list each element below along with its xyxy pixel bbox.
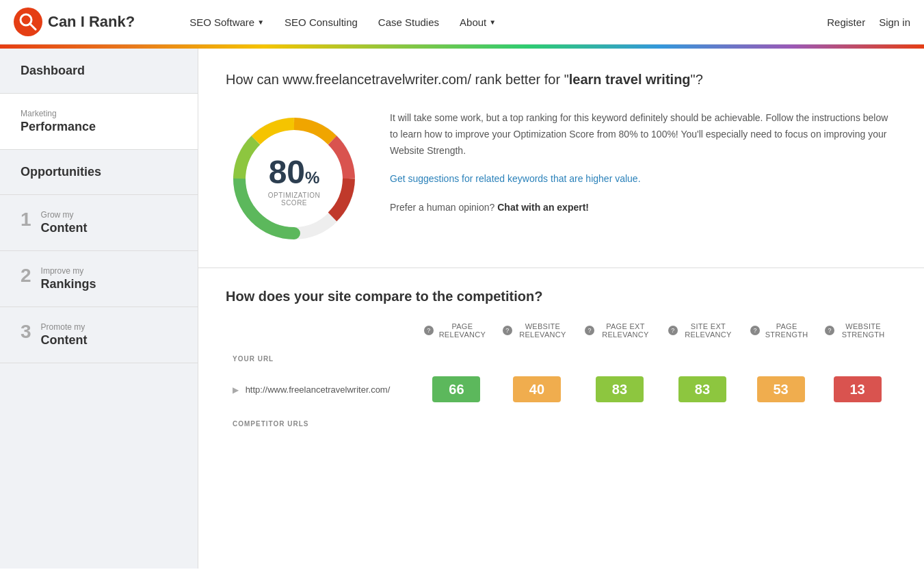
- compare-title: How does your site compare to the compet…: [226, 289, 897, 304]
- col-site-ext-relevancy: ? SITE EXT RELEVANCY: [661, 318, 743, 343]
- register-button[interactable]: Register: [827, 16, 865, 28]
- sidebar-item-marketing-performance[interactable]: Marketing Performance: [0, 94, 198, 150]
- col-website-relevancy: ? WEBSITE RELEVANCY: [496, 318, 578, 343]
- score-badge: 66: [432, 376, 480, 402]
- related-keywords-link[interactable]: Get suggestions for related keywords tha…: [390, 173, 641, 184]
- sidebar-item-opportunities[interactable]: Opportunities: [0, 150, 198, 195]
- logo-icon: [14, 8, 42, 36]
- hero-description: It will take some work, but a top rankin…: [390, 110, 897, 229]
- svg-line-1: [30, 24, 36, 29]
- keyword-text: learn travel writing: [569, 72, 691, 87]
- help-icon: ?: [825, 326, 834, 335]
- expand-icon[interactable]: ▶: [233, 385, 239, 395]
- compare-table: ? PAGE RELEVANCY ? WEBSITE RELEVANCY: [226, 318, 897, 436]
- step-number-2: 2: [21, 266, 31, 285]
- sidebar-item-dashboard[interactable]: Dashboard: [0, 49, 198, 94]
- nav-case-studies[interactable]: Case Studies: [378, 16, 439, 28]
- help-icon: ?: [585, 326, 594, 335]
- step-number-3: 3: [21, 322, 31, 341]
- your-url-label: YOUR URL: [233, 348, 890, 365]
- score-website-relevancy: 40: [496, 371, 578, 408]
- col-page-ext-relevancy: ? PAGE EXT RELEVANCY: [578, 318, 661, 343]
- score-website-strength: 13: [818, 371, 897, 408]
- your-url-text: http://www.freelancetravelwriter.com/: [246, 384, 391, 395]
- nav-links: SEO Software ▼ SEO Consulting Case Studi…: [189, 16, 827, 28]
- nav-about[interactable]: About ▼: [460, 16, 496, 28]
- content-area: How can www.freelancetravelwriter.com/ r…: [198, 49, 924, 569]
- main-layout: Dashboard Marketing Performance Opportun…: [0, 49, 924, 569]
- nav-seo-software[interactable]: SEO Software ▼: [189, 16, 264, 28]
- help-icon: ?: [503, 326, 512, 335]
- logo[interactable]: Can I Rank?: [14, 8, 135, 36]
- help-icon: ?: [668, 326, 678, 335]
- chat-cta: Prefer a human opinion? Chat with an exp…: [390, 200, 897, 216]
- nav-actions: Register Sign in: [827, 16, 910, 28]
- score-badge: 40: [513, 376, 561, 402]
- hero-body: 80% OPTIMIZATION SCORE It will take some…: [226, 110, 897, 247]
- hero-title: How can www.freelancetravelwriter.com/ r…: [226, 69, 897, 90]
- logo-text: Can I Rank?: [48, 13, 135, 31]
- optimization-gauge: 80% OPTIMIZATION SCORE: [226, 110, 362, 247]
- score-badge: 83: [678, 376, 726, 402]
- hero-section: How can www.freelancetravelwriter.com/ r…: [198, 49, 924, 268]
- chevron-down-icon: ▼: [257, 18, 264, 26]
- your-url-cell: ▶ http://www.freelancetravelwriter.com/: [226, 371, 417, 408]
- score-badge: 83: [596, 376, 644, 402]
- help-icon: ?: [424, 326, 434, 335]
- score-site-ext-relevancy: 83: [661, 371, 743, 408]
- help-icon: ?: [750, 326, 760, 335]
- chat-expert-link[interactable]: Chat with an expert!: [497, 202, 589, 213]
- chevron-down-icon: ▼: [489, 18, 496, 26]
- sidebar-item-promote-content[interactable]: 3 Promote my Content: [0, 307, 198, 363]
- your-url-row: ▶ http://www.freelancetravelwriter.com/ …: [226, 371, 897, 408]
- gauge-score: 80%: [260, 156, 328, 189]
- score-badge: 13: [834, 376, 882, 402]
- score-page-relevancy: 66: [417, 371, 496, 408]
- score-page-ext-relevancy: 83: [578, 371, 661, 408]
- step-number-1: 1: [21, 210, 31, 229]
- competitor-urls-label: COMPETITOR URLS: [233, 413, 890, 430]
- navigation: Can I Rank? SEO Software ▼ SEO Consultin…: [0, 0, 924, 44]
- sidebar-item-improve-rankings[interactable]: 2 Improve my Rankings: [0, 251, 198, 307]
- signin-button[interactable]: Sign in: [879, 16, 910, 28]
- col-page-relevancy: ? PAGE RELEVANCY: [417, 318, 496, 343]
- score-page-strength: 53: [743, 371, 818, 408]
- compare-section: How does your site compare to the compet…: [198, 268, 924, 456]
- gauge-center: 80% OPTIMIZATION SCORE: [260, 156, 328, 207]
- col-page-strength: ? PAGE STRENGTH: [743, 318, 818, 343]
- sidebar: Dashboard Marketing Performance Opportun…: [0, 49, 198, 569]
- col-website-strength: ? WEBSITE STRENGTH: [818, 318, 897, 343]
- nav-seo-consulting[interactable]: SEO Consulting: [285, 16, 358, 28]
- sidebar-item-grow-content[interactable]: 1 Grow my Content: [0, 195, 198, 251]
- score-badge: 53: [757, 376, 805, 402]
